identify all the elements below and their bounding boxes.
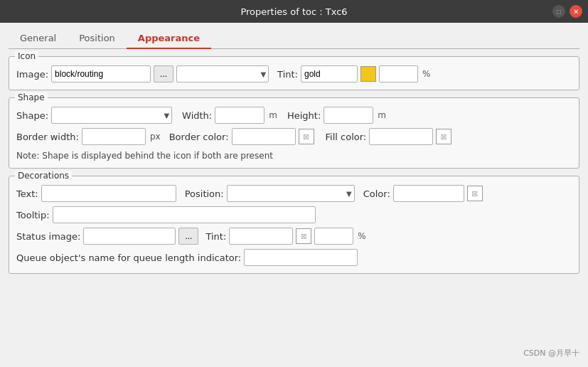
status-pct-symbol: % bbox=[358, 231, 365, 241]
shape-dropdown-wrapper: ▼ bbox=[51, 107, 172, 124]
tint-pct-symbol: % bbox=[422, 69, 430, 79]
fill-color-input[interactable] bbox=[369, 128, 433, 145]
tooltip-label: Tooltip: bbox=[16, 210, 50, 220]
width-unit: m bbox=[269, 110, 277, 120]
tooltip-input[interactable] bbox=[53, 206, 316, 223]
decorations-content: Text: Position: ▼ Color: ⊠ Tooltip: bbox=[16, 185, 572, 266]
color-input[interactable] bbox=[393, 185, 464, 202]
fill-color-label: Fill color: bbox=[326, 132, 367, 142]
decorations-section: Decorations Text: Position: ▼ Color: ⊠ bbox=[9, 176, 579, 274]
border-color-input[interactable] bbox=[232, 128, 296, 145]
shape-content: Shape: ▼ Width: m Height: m Border bbox=[16, 107, 572, 161]
image-label: Image: bbox=[16, 69, 48, 80]
watermark: CSDN @月早十 bbox=[9, 345, 579, 358]
titlebar: Properties of toc : Txc6 □ ✕ bbox=[0, 0, 588, 23]
shape-section: Shape Shape: ▼ Width: m Height: m bbox=[9, 97, 579, 169]
status-tint-label: Tint: bbox=[205, 231, 226, 242]
color-label: Color: bbox=[363, 188, 390, 199]
shape-row2: Border width: px Border color: ⊠ Fill co… bbox=[16, 128, 572, 145]
tint-color-box[interactable] bbox=[360, 66, 376, 82]
tint-label: Tint: bbox=[277, 69, 298, 80]
tint-pct-input[interactable] bbox=[379, 65, 418, 83]
text-label: Text: bbox=[16, 188, 38, 199]
height-unit: m bbox=[378, 110, 386, 120]
border-color-box[interactable]: ⊠ bbox=[299, 129, 314, 144]
image-dropdown[interactable] bbox=[176, 65, 269, 83]
deco-row3: Status image: ... Tint: ⊠ % bbox=[16, 228, 572, 245]
position-dropdown-wrapper: ▼ bbox=[227, 185, 355, 202]
tab-position[interactable]: Position bbox=[68, 28, 127, 49]
shape-row1: Shape: ▼ Width: m Height: m bbox=[16, 107, 572, 124]
image-dropdown-wrapper: ▼ bbox=[176, 65, 269, 83]
text-input[interactable] bbox=[41, 185, 176, 202]
image-input[interactable] bbox=[51, 65, 151, 83]
deco-row4: Queue object's name for queue length ind… bbox=[16, 249, 572, 266]
maximize-button[interactable]: □ bbox=[552, 5, 565, 18]
deco-color-box[interactable]: ⊠ bbox=[467, 186, 483, 201]
shape-label: Shape: bbox=[16, 110, 48, 121]
position-label: Position: bbox=[185, 188, 224, 199]
status-image-label: Status image: bbox=[16, 231, 80, 242]
shape-section-title: Shape bbox=[15, 92, 48, 102]
status-tint-pct-input[interactable] bbox=[314, 228, 353, 245]
status-browse-button[interactable]: ... bbox=[178, 228, 198, 245]
window-controls: □ ✕ bbox=[552, 5, 582, 18]
decorations-section-title: Decorations bbox=[15, 171, 72, 181]
border-width-input[interactable] bbox=[82, 128, 146, 145]
position-dropdown[interactable] bbox=[227, 185, 355, 202]
icon-section-title: Icon bbox=[15, 51, 38, 61]
height-label: Height: bbox=[287, 110, 321, 121]
status-image-input[interactable] bbox=[83, 228, 176, 245]
close-button[interactable]: ✕ bbox=[570, 5, 582, 18]
tab-bar: General Position Appearance bbox=[9, 28, 579, 49]
deco-row2: Tooltip: bbox=[16, 206, 572, 223]
shape-note: Note: Shape is displayed behind the icon… bbox=[16, 151, 273, 161]
deco-row1: Text: Position: ▼ Color: ⊠ bbox=[16, 185, 572, 202]
tab-appearance[interactable]: Appearance bbox=[127, 28, 211, 49]
height-input[interactable] bbox=[324, 107, 373, 124]
icon-content: Image: ... ▼ Tint: % bbox=[16, 65, 572, 83]
icon-section: Icon Image: ... ▼ Tint: bbox=[9, 56, 579, 90]
status-tint-color-box[interactable]: ⊠ bbox=[296, 228, 311, 244]
queue-input[interactable] bbox=[244, 249, 358, 266]
main-content: General Position Appearance Icon Image: … bbox=[0, 23, 588, 367]
border-width-label: Border width: bbox=[16, 132, 79, 142]
image-browse-button[interactable]: ... bbox=[154, 65, 173, 83]
width-label: Width: bbox=[182, 110, 212, 121]
icon-row: Image: ... ▼ Tint: % bbox=[16, 65, 572, 83]
shape-dropdown[interactable] bbox=[51, 107, 172, 124]
border-px: px bbox=[150, 132, 161, 142]
queue-label: Queue object's name for queue length ind… bbox=[16, 252, 241, 263]
width-input[interactable] bbox=[215, 107, 264, 124]
shape-note-row: Note: Shape is displayed behind the icon… bbox=[16, 149, 572, 161]
tint-input[interactable] bbox=[301, 65, 358, 83]
tab-general[interactable]: General bbox=[9, 28, 68, 49]
fill-color-box[interactable]: ⊠ bbox=[436, 129, 451, 144]
status-tint-input[interactable] bbox=[229, 228, 293, 245]
border-color-label: Border color: bbox=[169, 132, 229, 142]
window-title: Properties of toc : Txc6 bbox=[240, 6, 347, 17]
